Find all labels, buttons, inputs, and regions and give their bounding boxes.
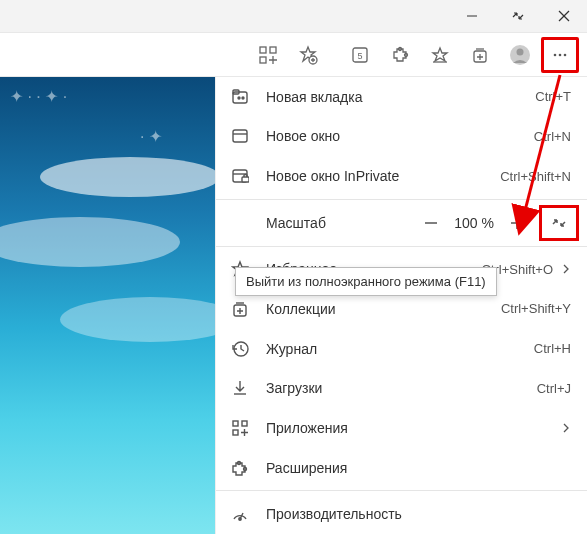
performance-icon <box>230 504 250 524</box>
restore-button[interactable] <box>495 0 541 33</box>
chevron-right-icon <box>561 423 571 433</box>
menu-shortcut: Ctrl+N <box>534 129 571 144</box>
zoom-value: 100 % <box>449 215 499 231</box>
menu-extensions[interactable]: Расширения <box>216 448 587 488</box>
svg-rect-33 <box>233 430 238 435</box>
svg-rect-31 <box>233 421 238 426</box>
menu-history[interactable]: Журнал Ctrl+H <box>216 329 587 369</box>
menu-label: Приложения <box>266 420 553 436</box>
profile-icon[interactable] <box>501 37 539 73</box>
extensions-icon[interactable] <box>381 37 419 73</box>
svg-rect-21 <box>233 130 247 142</box>
svg-rect-5 <box>260 57 266 63</box>
puzzle-icon <box>230 458 250 478</box>
favorites-add-icon[interactable] <box>289 37 327 73</box>
menu-apps[interactable]: Приложения <box>216 408 587 448</box>
menu-label: Производительность <box>266 506 571 522</box>
svg-text:5: 5 <box>357 51 362 61</box>
menu-label: Новая вкладка <box>266 89 535 105</box>
menu-new-tab[interactable]: Новая вкладка Ctrl+T <box>216 77 587 117</box>
html5-icon[interactable]: 5 <box>341 37 379 73</box>
apps-icon <box>230 418 250 438</box>
menu-shortcut: Ctrl+Shift+Y <box>501 301 571 316</box>
close-button[interactable] <box>541 0 587 33</box>
collections-icon <box>230 299 250 319</box>
app-switcher-icon[interactable] <box>249 37 287 73</box>
minimize-button[interactable] <box>449 0 495 33</box>
menu-label: Расширения <box>266 460 571 476</box>
inprivate-icon <box>230 166 250 186</box>
favorites-star-icon[interactable] <box>421 37 459 73</box>
fullscreen-exit-button[interactable] <box>539 205 579 241</box>
downloads-icon <box>230 378 250 398</box>
menu-performance[interactable]: Производительность <box>216 494 587 534</box>
menu-label: Коллекции <box>266 301 501 317</box>
svg-point-20 <box>238 97 240 99</box>
menu-shortcut: Ctrl+Shift+N <box>500 169 571 184</box>
svg-rect-4 <box>270 47 276 53</box>
menu-shortcut: Ctrl+T <box>535 89 571 104</box>
zoom-label: Масштаб <box>266 215 413 231</box>
menu-zoom-row: Масштаб 100 % <box>216 203 587 243</box>
browser-toolbar: 5 <box>0 33 587 77</box>
collections-toolbar-icon[interactable] <box>461 37 499 73</box>
menu-label: Журнал <box>266 341 534 357</box>
zoom-out-button[interactable] <box>413 205 449 241</box>
svg-rect-3 <box>260 47 266 53</box>
settings-menu: Новая вкладка Ctrl+T Новое окно Ctrl+N Н… <box>215 77 587 534</box>
page-background-image: ✦ · · ✦ · · ✦ <box>0 77 215 534</box>
new-tab-icon <box>230 87 250 107</box>
zoom-in-button[interactable] <box>499 205 535 241</box>
menu-shortcut: Ctrl+J <box>537 381 571 396</box>
svg-point-16 <box>564 53 567 56</box>
svg-rect-32 <box>242 421 247 426</box>
menu-new-window[interactable]: Новое окно Ctrl+N <box>216 117 587 157</box>
svg-rect-25 <box>242 177 249 182</box>
menu-label: Новое окно <box>266 128 534 144</box>
new-window-icon <box>230 126 250 146</box>
separator <box>216 490 587 491</box>
window-titlebar <box>0 0 587 33</box>
svg-point-36 <box>239 518 241 520</box>
menu-label: Загрузки <box>266 380 537 396</box>
separator <box>216 199 587 200</box>
menu-shortcut: Ctrl+H <box>534 341 571 356</box>
chevron-right-icon <box>561 264 571 274</box>
svg-point-15 <box>559 53 562 56</box>
history-icon <box>230 339 250 359</box>
menu-new-inprivate[interactable]: Новое окно InPrivate Ctrl+Shift+N <box>216 156 587 196</box>
menu-downloads[interactable]: Загрузки Ctrl+J <box>216 368 587 408</box>
svg-point-19 <box>242 97 244 99</box>
fullscreen-tooltip: Выйти из полноэкранного режима (F11) <box>235 267 497 296</box>
settings-more-button[interactable] <box>541 37 579 73</box>
menu-label: Новое окно InPrivate <box>266 168 500 184</box>
svg-point-13 <box>517 48 524 55</box>
svg-point-14 <box>554 53 557 56</box>
separator <box>216 246 587 247</box>
content-area: ✦ · · ✦ · · ✦ Новая вкладка Ctrl+T Новое… <box>0 77 587 534</box>
